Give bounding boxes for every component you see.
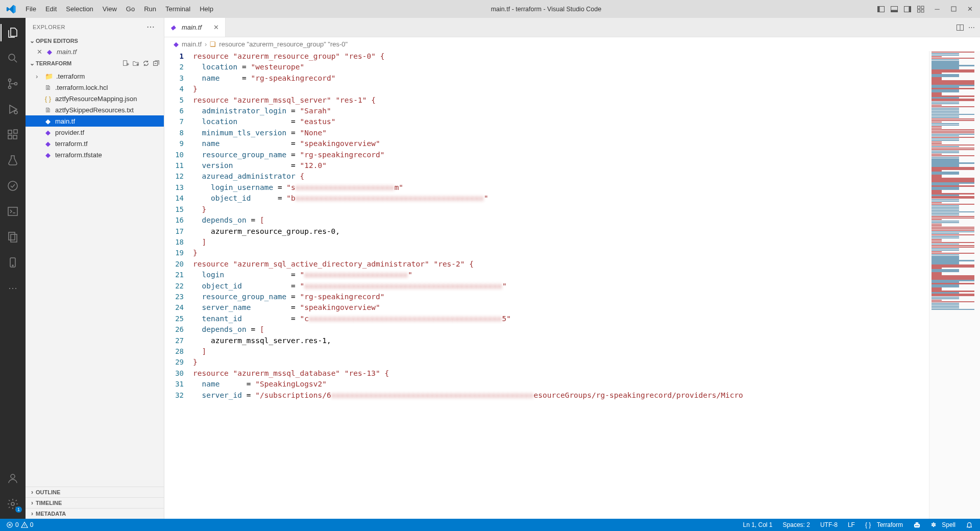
svg-point-12 xyxy=(9,79,11,82)
status-copilot[interactable] xyxy=(911,521,923,529)
code-editor[interactable]: resource "azurerm_resource_group" "res-0… xyxy=(193,51,929,519)
chevron-right-icon: › xyxy=(205,40,207,48)
svg-point-35 xyxy=(917,525,918,526)
toggle-secondary-sidebar-icon[interactable] xyxy=(901,3,914,15)
activity-references[interactable] xyxy=(1,226,25,248)
tab-close-icon[interactable]: ✕ xyxy=(213,23,219,31)
line-numbers: 1234567891011121314151617181920212223242… xyxy=(164,51,193,519)
tree-item[interactable]: 🗎aztfySkippedResources.txt xyxy=(26,104,164,115)
close-button[interactable]: ✕ xyxy=(963,4,977,15)
chevron-down-icon: ⌄ xyxy=(29,60,36,67)
menu-selection[interactable]: Selection xyxy=(62,3,97,15)
minimize-button[interactable]: ─ xyxy=(930,4,944,15)
tree-item[interactable]: { }aztfyResourceMapping.json xyxy=(26,93,164,104)
menu-go[interactable]: Go xyxy=(122,3,139,15)
menu-terminal[interactable]: Terminal xyxy=(161,3,194,15)
settings-badge: 1 xyxy=(15,506,22,513)
chevron-down-icon: ⌄ xyxy=(29,37,36,44)
svg-rect-1 xyxy=(878,6,880,12)
refresh-icon[interactable] xyxy=(141,59,151,68)
new-folder-icon[interactable] xyxy=(131,59,140,68)
window-title: main.tf - terraform - Visual Studio Code xyxy=(217,6,875,13)
activity-more[interactable]: ⋯ xyxy=(1,277,25,299)
activity-source-control[interactable] xyxy=(1,73,25,94)
activity-provisioning[interactable] xyxy=(1,175,25,197)
svg-rect-33 xyxy=(914,523,920,527)
tree-item[interactable]: ◆main.tf xyxy=(26,115,164,127)
chevron-right-icon: › xyxy=(29,499,36,506)
svg-rect-21 xyxy=(8,207,17,215)
status-eol[interactable]: LF xyxy=(846,521,857,528)
status-spell[interactable]: ✽ Spell xyxy=(929,521,958,528)
svg-point-34 xyxy=(915,525,916,526)
collapse-all-icon[interactable] xyxy=(152,59,161,68)
open-editors-header[interactable]: ⌄ OPEN EDITORS xyxy=(26,36,164,46)
new-file-icon[interactable] xyxy=(121,59,130,68)
tree-item[interactable]: ◆provider.tf xyxy=(26,127,164,138)
chevron-right-icon: › xyxy=(29,489,36,496)
tree-item[interactable]: 🗎.terraform.lock.hcl xyxy=(26,82,164,93)
status-cursor[interactable]: Ln 1, Col 1 xyxy=(741,521,774,528)
activity-search[interactable] xyxy=(1,47,25,69)
svg-point-26 xyxy=(11,474,15,478)
status-bar: 0 0 Ln 1, Col 1 Spaces: 2 UTF-8 LF { } T… xyxy=(0,519,980,531)
title-bar: File Edit Selection View Go Run Terminal… xyxy=(0,0,980,18)
activity-accounts[interactable] xyxy=(1,468,25,489)
outline-header[interactable]: ›OUTLINE xyxy=(26,487,164,497)
svg-rect-16 xyxy=(8,130,12,134)
svg-rect-22 xyxy=(9,232,15,240)
tree-item-label: terraform.tf xyxy=(55,140,88,148)
explorer-more-icon[interactable]: ⋯ xyxy=(144,22,157,32)
activity-run-debug[interactable] xyxy=(1,99,25,120)
activity-explorer[interactable] xyxy=(1,22,25,43)
split-editor-icon[interactable] xyxy=(956,23,964,32)
tree-item-label: .terraform.lock.hcl xyxy=(55,84,108,91)
metadata-header[interactable]: ›METADATA xyxy=(26,508,164,519)
menu-view[interactable]: View xyxy=(99,3,121,15)
explorer-title: EXPLORER xyxy=(33,24,65,30)
status-notifications[interactable] xyxy=(964,521,975,528)
close-editor-icon[interactable]: ✕ xyxy=(37,48,42,56)
tab-main-tf[interactable]: ◆ main.tf ✕ xyxy=(164,18,226,37)
menu-edit[interactable]: Edit xyxy=(41,3,61,15)
tree-item[interactable]: ›📁.terraform xyxy=(26,70,164,82)
svg-rect-8 xyxy=(918,10,920,12)
menu-file[interactable]: File xyxy=(21,3,40,15)
activity-settings[interactable]: 1 xyxy=(1,493,25,515)
tree-item[interactable]: ◆terraform.tf xyxy=(26,138,164,149)
open-editor-item[interactable]: ✕ ◆ main.tf xyxy=(26,46,164,57)
chevron-right-icon: › xyxy=(29,510,36,517)
customize-layout-icon[interactable] xyxy=(915,3,927,15)
tree-item[interactable]: ◆terraform.tfstate xyxy=(26,149,164,160)
minimap[interactable] xyxy=(929,51,980,519)
svg-rect-28 xyxy=(124,61,127,66)
tree-item-label: aztfySkippedResources.txt xyxy=(55,106,134,114)
activity-testing[interactable] xyxy=(1,150,25,171)
status-encoding[interactable]: UTF-8 xyxy=(818,521,840,528)
tree-item-label: terraform.tfstate xyxy=(55,151,102,159)
symbol-icon: ❏ xyxy=(210,40,216,48)
file-icon: 🗎 xyxy=(44,83,52,91)
toggle-panel-icon[interactable] xyxy=(888,3,900,15)
terraform-file-icon: ◆ xyxy=(170,23,179,31)
svg-rect-10 xyxy=(951,7,956,11)
status-indent[interactable]: Spaces: 2 xyxy=(781,521,812,528)
top-menu: File Edit Selection View Go Run Terminal… xyxy=(21,3,217,15)
svg-rect-23 xyxy=(11,234,17,242)
status-language[interactable]: { } Terraform xyxy=(863,521,905,528)
timeline-header[interactable]: ›TIMELINE xyxy=(26,497,164,508)
maximize-button[interactable] xyxy=(946,4,961,15)
menu-run[interactable]: Run xyxy=(140,3,160,15)
editor-more-icon[interactable]: ⋯ xyxy=(968,23,975,31)
terraform-file-icon: ◆ xyxy=(174,40,179,48)
activity-device[interactable] xyxy=(1,252,25,273)
status-problems[interactable]: 0 0 xyxy=(4,521,35,528)
workspace-header[interactable]: ⌄ TERRAFORM xyxy=(26,57,164,69)
svg-rect-7 xyxy=(921,6,924,9)
breadcrumb[interactable]: ◆ main.tf › ❏ resource "azurerm_resource… xyxy=(164,37,980,51)
activity-terminal[interactable] xyxy=(1,201,25,222)
tree-item-label: aztfyResourceMapping.json xyxy=(55,95,137,103)
menu-help[interactable]: Help xyxy=(195,3,217,15)
activity-extensions[interactable] xyxy=(1,124,25,146)
toggle-primary-sidebar-icon[interactable] xyxy=(875,3,887,15)
